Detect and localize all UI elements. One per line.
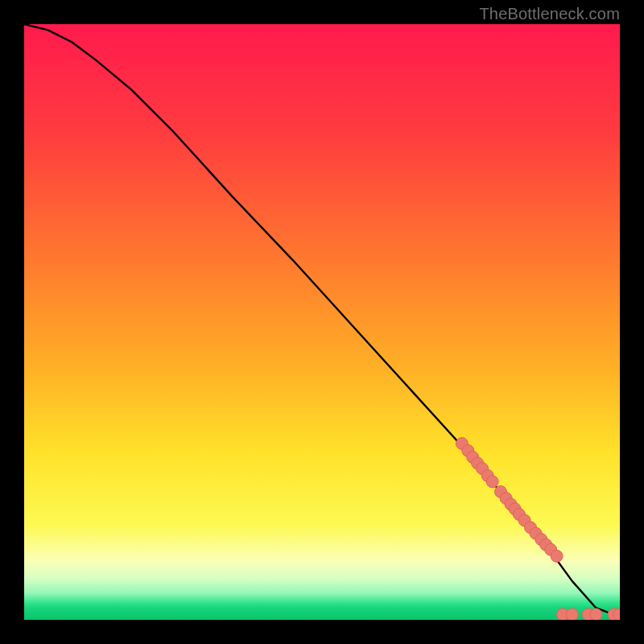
data-point [551,550,563,562]
chart-container: TheBottleneck.com [0,0,644,644]
plot-area [24,24,620,620]
data-point [566,609,578,620]
data-point [486,476,498,488]
chart-points [24,24,620,620]
watermark-text: TheBottleneck.com [479,5,620,23]
data-point [590,609,602,620]
